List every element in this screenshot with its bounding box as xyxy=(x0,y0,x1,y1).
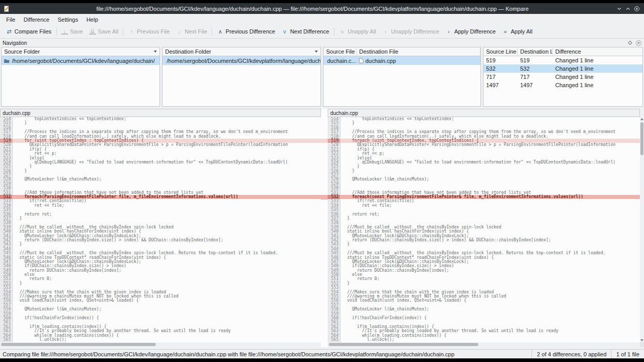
scrollbar-corner xyxy=(640,109,644,117)
toolbar: Compare FilesSaveSave AllPrevious FileNe… xyxy=(0,25,644,39)
toolbar-button-label: Next Difference xyxy=(290,28,329,35)
difference-cell: 717 xyxy=(518,74,553,80)
source-folder-header: Source Folder xyxy=(4,48,40,55)
destination-file-header[interactable]: Destination File xyxy=(357,47,480,56)
source-line-header[interactable]: Source Line xyxy=(484,47,518,56)
next-file-button: Next File xyxy=(173,27,210,36)
apply-all-button[interactable]: Apply All xyxy=(499,27,536,36)
compare-files-button[interactable]: Compare Files xyxy=(3,27,55,36)
folder-icon xyxy=(4,58,10,63)
code-line: return ret; xyxy=(341,212,640,217)
destination-file-cell: duchain.cpp xyxy=(357,58,480,64)
difference-row[interactable]: 14971497Changed 1 line xyxy=(484,81,642,89)
code-line: } xyxy=(341,121,640,125)
code-line xyxy=(341,208,640,212)
source-folder-path: /home/sergobot/Documents/GCI/kdev/langua… xyxy=(12,58,155,64)
menu-file[interactable]: File xyxy=(2,15,20,24)
source-horizontal-scrollbar[interactable] xyxy=(0,342,321,347)
minimize-icon[interactable] xyxy=(615,5,623,12)
difference-row[interactable]: 519519Changed 1 line xyxy=(484,56,642,64)
source-folder-item[interactable]: /home/sergobot/Documents/GCI/kdev/langua… xyxy=(2,56,159,65)
code-line: void loadChain(uint index, QSet<uint>& l… xyxy=(13,299,321,303)
difference-row[interactable]: 532532Changed 1 line xyxy=(484,64,642,73)
difference-cell: Changed 1 line xyxy=(553,65,642,72)
previous-difference-icon xyxy=(217,28,223,35)
code-line: else xyxy=(341,273,640,277)
destination-folder-header: Destination Folder xyxy=(165,48,211,55)
difference-header[interactable]: Difference xyxy=(553,47,642,56)
maximize-icon[interactable] xyxy=(623,5,632,12)
destination-code-pane: 5145155165175185195205215225235245255265… xyxy=(328,117,640,342)
file-row[interactable]: duchain.c... duchain.cpp xyxy=(324,56,480,65)
difference-cell: Changed 1 line xyxy=(553,82,642,88)
code-line: } xyxy=(341,217,640,221)
destination-horizontal-scrollbar[interactable] xyxy=(328,342,640,347)
code-line: return DUChain::chainsByIndex[index]; xyxy=(13,269,321,273)
code-line: QMutexLocker l(&m_chainsMutex); xyxy=(341,307,640,311)
status-differences: 2 of 4 differences, 0 applied xyxy=(532,350,611,358)
difference-connector xyxy=(321,139,328,143)
destination-folder-combo[interactable]: Destination Folder xyxy=(163,47,320,56)
destination-line-numbers: 5145155165175185195205215225235245255265… xyxy=(328,117,341,342)
destination-line-header[interactable]: Destination Lir xyxy=(518,47,553,56)
chevron-down-icon xyxy=(154,51,157,53)
close-icon[interactable] xyxy=(632,5,641,12)
code-line xyxy=(13,182,321,186)
code-line: topContextIndices << topContextIndex; xyxy=(341,117,640,121)
code-line xyxy=(341,182,640,186)
toolbar-button-label: Apply All xyxy=(511,28,533,35)
code-line: } xyxy=(13,242,321,246)
toolbar-button-label: Save xyxy=(70,28,83,35)
source-horizontal-scroll-handle[interactable] xyxy=(1,343,156,346)
destination-horizontal-scroll-handle[interactable] xyxy=(329,343,478,346)
code-line: return (DUChain::chainsByIndex.size() > … xyxy=(13,238,321,242)
scroll-down-icon[interactable] xyxy=(640,339,643,341)
next-difference-button[interactable]: Next Difference xyxy=(278,27,332,36)
difference-row[interactable]: 717717Changed 1 line xyxy=(484,73,642,81)
code-line: void loadChain(uint index, QSet<uint>& l… xyxy=(341,299,640,303)
vertical-scroll-handle[interactable] xyxy=(640,122,643,155)
unapply-all-button: Unapply All xyxy=(336,27,379,36)
code-line: } xyxy=(13,164,321,169)
code-line: return 0; xyxy=(341,277,640,281)
code-line: } xyxy=(341,164,640,169)
destination-folder-item[interactable]: /home/sergobot/Documents/GCI/kdevplatfor… xyxy=(163,56,320,65)
dock-float-icon[interactable] xyxy=(628,41,632,45)
menu-help[interactable]: Help xyxy=(82,15,102,24)
apply-difference-button[interactable]: Apply Difference xyxy=(442,27,499,36)
code-line: ret << file; xyxy=(13,204,321,208)
code-line: QExplicitlySharedDataPointer< ParsingEnv… xyxy=(13,143,321,147)
code-line: } xyxy=(341,242,640,246)
toolbar-button-label: Previous File xyxy=(137,28,170,35)
dock-close-icon[interactable]: × xyxy=(636,40,641,46)
pane-title-gap xyxy=(321,109,328,117)
vertical-scrollbar[interactable] xyxy=(640,117,644,342)
code-line: return 0; xyxy=(13,277,321,281)
status-message: Comparing file file:///home/sergobot/Doc… xyxy=(0,351,532,357)
difference-cell: 519 xyxy=(518,57,553,63)
titlebar: file:///home/sergobot/Documents/GCI/kdev… xyxy=(0,3,644,14)
code-line: topContextIndices << topContextIndex; xyxy=(13,117,321,121)
save-all-button: Save All xyxy=(86,27,122,36)
code-line: l.unlock(); xyxy=(13,338,321,342)
kompare-window: file:///home/sergobot/Documents/GCI/kdev… xyxy=(0,3,644,358)
menu-difference[interactable]: Difference xyxy=(20,15,54,24)
window-title: file:///home/sergobot/Documents/GCI/kdev… xyxy=(10,6,615,12)
horizontal-scrollbars xyxy=(0,342,644,347)
scroll-up-icon[interactable] xyxy=(640,118,643,120)
code-line: return DUChain::chainsByIndex[index]; xyxy=(341,269,640,273)
next-file-icon xyxy=(176,28,183,35)
destination-code: topContextIndices << topContextIndex; } … xyxy=(341,117,640,342)
destination-pane-title: duchain.cpp xyxy=(328,109,640,117)
apply-all-icon xyxy=(502,28,509,35)
source-file-cell: duchain.c... xyxy=(324,58,357,64)
source-folder-combo[interactable]: Source Folder xyxy=(2,47,159,56)
code-line: if(!hasChainForIndex(index)) { xyxy=(341,316,640,320)
source-file-header[interactable]: Source File xyxy=(324,47,357,56)
previous-difference-button[interactable]: Previous Difference xyxy=(214,27,278,36)
unapply-difference-button: Unapply Difference xyxy=(379,27,442,36)
status-files: 1 of 1 file xyxy=(611,350,644,358)
source-line-numbers: 5145155165175185195205215225235245255265… xyxy=(0,117,13,342)
menu-settings[interactable]: Settings xyxy=(54,15,83,24)
save-icon xyxy=(61,28,68,35)
